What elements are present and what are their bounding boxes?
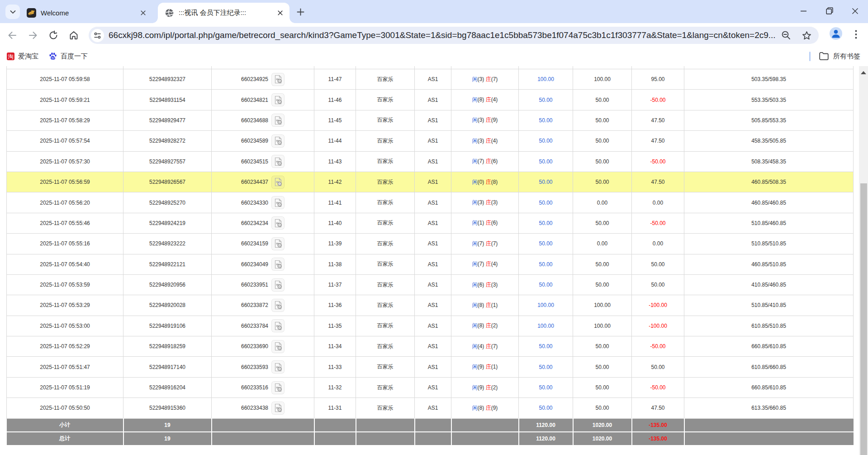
tab-title: Welcome bbox=[41, 9, 139, 17]
minimize-icon bbox=[800, 8, 807, 14]
video-replay-button[interactable] bbox=[271, 237, 285, 250]
close-window-button[interactable] bbox=[842, 0, 868, 22]
video-replay-button[interactable] bbox=[271, 299, 285, 312]
table-row[interactable]: 2025-11-07 05:59:58 522948932327 6602349… bbox=[7, 69, 854, 90]
player-score: (7) bbox=[478, 158, 484, 164]
banker-score: (3) bbox=[491, 199, 498, 206]
video-file-icon bbox=[274, 363, 283, 372]
cell-round: 11-36 bbox=[314, 295, 356, 316]
table-row[interactable]: 2025-11-07 05:57:30 522948927557 6602345… bbox=[7, 151, 854, 172]
cell-result: 闲(9) 庄(2) bbox=[451, 377, 519, 398]
cell-time: 2025-11-07 05:54:40 bbox=[7, 254, 123, 274]
video-replay-button[interactable] bbox=[271, 134, 285, 148]
cell-valid-amount: 50.00 bbox=[573, 151, 632, 172]
player-label: 闲 bbox=[472, 240, 478, 247]
cell-win-loss: -100.00 bbox=[632, 295, 684, 316]
table-row[interactable]: 2025-11-07 05:53:00 522948919106 6602337… bbox=[7, 316, 854, 336]
bet-record-table: 2025-11-07 05:59:58 522948932327 6602349… bbox=[6, 66, 854, 445]
cell-table-name: AS1 bbox=[415, 110, 451, 130]
scrollbar-thumb[interactable] bbox=[860, 183, 867, 455]
player-label: 闲 bbox=[472, 364, 478, 370]
tab-close-icon[interactable] bbox=[276, 9, 284, 17]
omnibox[interactable]: 66cxkj98.com/ipl/portal.php/game/betreco… bbox=[89, 27, 819, 44]
cell-valid-amount: 0.00 bbox=[573, 192, 632, 213]
game-id-text: 660234234 bbox=[241, 220, 268, 226]
cell-round: 11-40 bbox=[314, 213, 356, 233]
cell-game-type: 百家乐 bbox=[356, 192, 415, 213]
video-file-icon bbox=[274, 383, 283, 392]
video-replay-button[interactable] bbox=[271, 360, 285, 374]
url-text[interactable]: 66cxkj98.com/ipl/portal.php/game/betreco… bbox=[109, 30, 775, 40]
video-replay-button[interactable] bbox=[271, 319, 285, 332]
table-row[interactable]: 2025-11-07 05:51:47 522948917140 6602335… bbox=[7, 357, 854, 377]
table-row[interactable]: 2025-11-07 05:55:16 522948923222 6602341… bbox=[7, 234, 854, 254]
page-content: 2025-11-07 05:59:58 522948932327 6602349… bbox=[0, 66, 868, 455]
bookmark-star-icon[interactable] bbox=[802, 30, 812, 41]
restore-button[interactable] bbox=[816, 0, 842, 22]
table-row[interactable]: 2025-11-07 05:52:29 522948918259 6602336… bbox=[7, 336, 854, 357]
bookmark-aitaobao[interactable]: 淘 爱淘宝 bbox=[7, 46, 38, 66]
video-replay-button[interactable] bbox=[271, 114, 285, 127]
reload-button[interactable] bbox=[47, 29, 60, 42]
video-replay-button[interactable] bbox=[271, 73, 285, 86]
total-cell-1: 19 bbox=[123, 432, 212, 445]
new-tab-button[interactable] bbox=[295, 6, 306, 17]
cell-result: 闲(8) 庄(1) bbox=[451, 295, 519, 316]
table-row[interactable]: 2025-11-07 05:58:29 522948929477 6602346… bbox=[7, 110, 854, 130]
game-id-text: 660234437 bbox=[241, 179, 268, 185]
table-row[interactable]: 2025-11-07 05:56:59 522948926567 6602344… bbox=[7, 172, 854, 192]
restore-icon bbox=[826, 7, 833, 14]
table-row[interactable]: 2025-11-07 05:54:40 522948922121 6602340… bbox=[7, 254, 854, 274]
cell-game-type: 百家乐 bbox=[356, 254, 415, 274]
cell-time: 2025-11-07 05:55:46 bbox=[7, 213, 123, 233]
game-id-text: 660234821 bbox=[241, 97, 268, 103]
table-row[interactable]: 2025-11-07 05:59:21 522948931154 6602348… bbox=[7, 90, 854, 110]
tab-welcome[interactable]: Welcome bbox=[20, 3, 152, 23]
player-label: 闲 bbox=[472, 96, 478, 103]
forward-button[interactable] bbox=[26, 29, 40, 42]
video-replay-button[interactable] bbox=[271, 402, 285, 415]
table-row[interactable]: 2025-11-07 05:55:46 522948924219 6602342… bbox=[7, 213, 854, 233]
cell-balance: 510.85/510.85 bbox=[684, 234, 854, 254]
bookmarks-bar: 淘 爱淘宝 du 百度一下 所有书签 bbox=[0, 46, 868, 66]
video-replay-button[interactable] bbox=[271, 381, 285, 394]
tab-close-icon[interactable] bbox=[139, 9, 147, 17]
video-replay-button[interactable] bbox=[271, 278, 285, 292]
home-button[interactable] bbox=[67, 29, 81, 42]
table-row[interactable]: 2025-11-07 05:51:19 522948916204 6602335… bbox=[7, 377, 854, 398]
bookmark-baidu[interactable]: du 百度一下 bbox=[49, 46, 88, 66]
tab-search-button[interactable] bbox=[5, 5, 20, 19]
video-replay-button[interactable] bbox=[271, 155, 285, 168]
scrollbar-up-arrow-icon[interactable] bbox=[859, 68, 868, 77]
video-replay-button[interactable] bbox=[271, 176, 285, 189]
video-replay-button[interactable] bbox=[271, 216, 285, 230]
browser-menu-button[interactable] bbox=[852, 28, 860, 41]
video-replay-button[interactable] bbox=[271, 258, 285, 271]
cell-win-loss: 0.00 bbox=[632, 234, 684, 254]
table-row[interactable]: 2025-11-07 05:50:50 522948915360 6602334… bbox=[7, 398, 854, 418]
profile-avatar[interactable] bbox=[830, 27, 842, 40]
minimize-button[interactable] bbox=[791, 0, 816, 22]
tab-betrecord[interactable]: :::视讯 会员下注纪录::: bbox=[158, 3, 289, 23]
video-replay-button[interactable] bbox=[271, 196, 285, 209]
back-button[interactable] bbox=[5, 29, 19, 42]
table-row[interactable]: 2025-11-07 05:53:29 522948920028 6602338… bbox=[7, 295, 854, 316]
table-row[interactable]: 2025-11-07 05:56:20 522948925270 6602343… bbox=[7, 192, 854, 213]
table-row[interactable]: 2025-11-07 05:53:59 522948920956 6602339… bbox=[7, 274, 854, 295]
cell-balance: 410.85/460.85 bbox=[684, 274, 854, 295]
cell-round: 11-33 bbox=[314, 357, 356, 377]
player-score: (8) bbox=[478, 322, 484, 329]
cell-balance: 460.85/510.85 bbox=[684, 254, 854, 274]
cell-game-id: 660233872 bbox=[212, 295, 314, 316]
cell-win-loss: 0.00 bbox=[632, 192, 684, 213]
cell-win-loss: 50.00 bbox=[632, 357, 684, 377]
vertical-scrollbar[interactable] bbox=[859, 66, 868, 455]
video-replay-button[interactable] bbox=[271, 340, 285, 353]
reload-icon bbox=[48, 30, 58, 40]
site-settings-button[interactable] bbox=[91, 29, 104, 42]
zoom-out-icon[interactable] bbox=[781, 30, 792, 41]
table-row[interactable]: 2025-11-07 05:57:54 522948928272 6602345… bbox=[7, 131, 854, 151]
all-bookmarks-button[interactable]: 所有书签 bbox=[819, 46, 860, 66]
video-file-icon bbox=[274, 198, 283, 207]
video-replay-button[interactable] bbox=[271, 93, 285, 106]
